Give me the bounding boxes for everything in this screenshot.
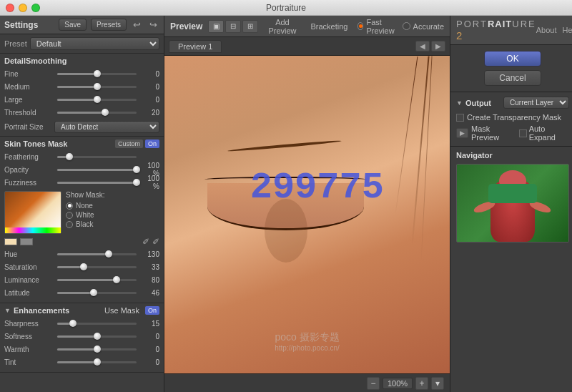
preset-select[interactable]: Default <box>30 37 159 50</box>
zoom-minus-button[interactable]: − <box>367 377 380 390</box>
warmth-value: 0 <box>139 346 159 353</box>
accurate-radio[interactable]: Accurate <box>403 22 444 31</box>
large-slider-row: Large 0 <box>4 94 159 105</box>
add-preview-button[interactable]: Add Preview <box>264 16 300 36</box>
help-link[interactable]: Help <box>562 26 572 34</box>
sharpness-track[interactable] <box>57 323 137 325</box>
enhancements-title: Enhancements <box>14 306 69 315</box>
zoom-plus-button[interactable]: + <box>415 377 428 390</box>
fine-track[interactable] <box>57 73 137 75</box>
zoom-value: 100% <box>383 378 413 389</box>
presets-button[interactable]: Presets <box>91 19 127 31</box>
threshold-track[interactable] <box>57 112 137 114</box>
radio-black-dot[interactable] <box>66 221 73 228</box>
enhancements-header: ▼ Enhancements Use Mask On <box>4 306 159 315</box>
color-gradient[interactable] <box>4 191 61 234</box>
softness-track[interactable] <box>57 335 137 338</box>
preview-bottom-bar: − 100% + ▾ <box>164 373 450 392</box>
collapse-arrow-icon[interactable]: ▼ <box>4 307 11 314</box>
skin-tones-title: Skin Tones Mask <box>4 139 67 148</box>
latitude-label: Latitude <box>4 289 54 297</box>
view-split-h-button[interactable]: ⊟ <box>225 20 241 33</box>
view-split-v-button[interactable]: ⊞ <box>242 20 258 33</box>
prev-arrow[interactable]: ◀ <box>415 41 430 52</box>
warmth-label: Warmth <box>4 346 54 353</box>
feathering-track[interactable] <box>57 156 137 158</box>
color-swatch-active[interactable] <box>4 238 17 245</box>
sharpness-label: Sharpness <box>4 320 54 328</box>
fuzziness-track[interactable] <box>57 182 137 184</box>
save-button[interactable]: Save <box>59 19 87 31</box>
accurate-label: Accurate <box>413 22 444 31</box>
detail-smoothing-section: DetailSmoothing Fine 0 Medium 0 Large <box>0 54 164 137</box>
threshold-value: 20 <box>139 109 159 117</box>
tint-track[interactable] <box>57 361 137 363</box>
radio-none-label: None <box>76 202 93 210</box>
redo-button[interactable]: ↪ <box>147 19 159 30</box>
preset-row: Preset Default <box>0 34 164 54</box>
fast-preview-radio[interactable]: Fast Preview <box>358 18 396 35</box>
enhancements-section: ▼ Enhancements Use Mask On Sharpness 15 … <box>0 303 164 373</box>
ok-button[interactable]: OK <box>484 51 541 67</box>
mask-radio-none[interactable]: None <box>66 202 104 210</box>
enhancements-on[interactable]: On <box>145 306 159 315</box>
mask-radio-white[interactable]: White <box>66 211 104 219</box>
zoom-dropdown-button[interactable]: ▾ <box>431 377 444 390</box>
auto-expand-checkbox[interactable] <box>519 129 527 137</box>
fine-value: 0 <box>139 70 159 78</box>
accurate-radio-dot[interactable] <box>403 22 410 30</box>
softness-label: Softness <box>4 333 54 340</box>
close-button[interactable] <box>6 4 14 12</box>
preview-tab-1[interactable]: Preview 1 <box>169 40 222 53</box>
output-layer-select[interactable]: Current Layer <box>503 97 569 109</box>
warmth-track[interactable] <box>57 348 137 351</box>
portrait-size-select[interactable]: Auto Detect <box>54 121 159 133</box>
color-swatch-inactive[interactable] <box>20 238 33 245</box>
sharpness-value: 15 <box>139 320 159 328</box>
warmth-slider-row: Warmth 0 <box>4 343 159 355</box>
create-transparency-checkbox[interactable] <box>456 114 464 122</box>
right-panel: PORTRAITURE 2 About Help OK Cancel ▼ Out… <box>450 16 572 392</box>
threshold-label: Threshold <box>4 109 54 117</box>
radio-none-dot[interactable] <box>66 202 73 210</box>
opacity-track[interactable] <box>57 169 137 171</box>
saturation-track[interactable] <box>57 266 137 268</box>
maximize-button[interactable] <box>31 4 40 12</box>
radio-white-dot[interactable] <box>66 212 73 219</box>
window-title: Portraiture <box>266 3 306 13</box>
hue-track[interactable] <box>57 253 137 255</box>
color-picker-area: Show Mask: None White Black <box>4 191 159 234</box>
undo-button[interactable]: ↩ <box>131 19 143 30</box>
center-panel: Preview ▣ ⊟ ⊞ Add Preview Bracketing Fas… <box>164 16 450 392</box>
title-bar: Portraiture <box>0 0 572 16</box>
latitude-track[interactable] <box>57 292 137 294</box>
tint-label: Tint <box>4 358 54 366</box>
medium-track[interactable] <box>57 86 137 88</box>
luminance-value: 80 <box>139 276 159 284</box>
eyedropper-icon-2[interactable]: ✐ <box>152 237 159 247</box>
fast-preview-radio-dot[interactable] <box>358 22 363 30</box>
luminance-track[interactable] <box>57 279 137 281</box>
next-arrow[interactable]: ▶ <box>431 41 445 52</box>
cancel-button[interactable]: Cancel <box>484 70 541 86</box>
hue-value: 130 <box>139 250 159 258</box>
preview-toolbar-title: Preview <box>170 21 202 31</box>
mask-preview-collapse-button[interactable]: ▶ <box>456 128 468 138</box>
output-collapse-icon[interactable]: ▼ <box>456 99 463 107</box>
eyedropper-icon-1[interactable]: ✐ <box>142 237 149 247</box>
preview-toolbar: Preview ▣ ⊟ ⊞ Add Preview Bracketing Fas… <box>164 16 450 37</box>
large-track[interactable] <box>57 99 137 101</box>
mask-radio-black[interactable]: Black <box>66 220 104 228</box>
view-single-button[interactable]: ▣ <box>208 20 224 33</box>
luminance-label: Luminance <box>4 276 54 284</box>
navigator-section: Navigator <box>450 147 572 392</box>
watermark: poco 摄影专题 http://photo.poco.cn/ <box>275 331 340 352</box>
bracketing-button[interactable]: Bracketing <box>307 21 352 32</box>
about-link[interactable]: About <box>536 26 557 34</box>
output-title: Output <box>465 99 491 107</box>
create-transparency-label: Create Transparency Mask <box>467 113 561 122</box>
minimize-button[interactable] <box>19 4 27 12</box>
skin-tones-on[interactable]: On <box>145 139 159 148</box>
mask-preview-row: ▶ Mask Preview Auto Expand <box>456 124 569 142</box>
tint-value: 0 <box>139 358 159 366</box>
